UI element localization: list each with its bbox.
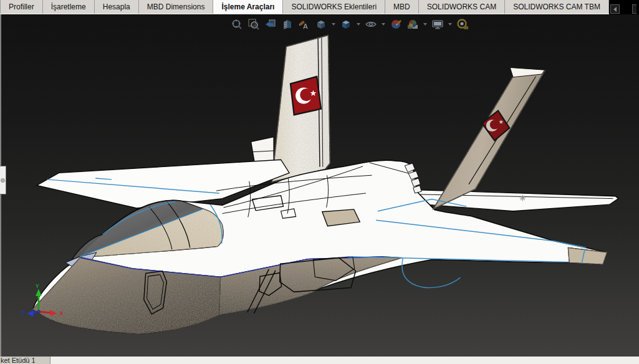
vertex-marker (520, 195, 526, 201)
command-manager-tabs: Profiller İşaretleme Hesapla MBD Dimensi… (0, 0, 639, 14)
window-button-partial-icon[interactable] (632, 4, 637, 14)
previous-view-icon[interactable] (263, 17, 278, 31)
right-tail-fin (433, 67, 545, 209)
tab-solidworks-cam[interactable]: SOLIDWORKS CAM (419, 0, 505, 14)
triad-x-label: X (59, 310, 63, 317)
view-settings-icon[interactable] (430, 17, 445, 31)
graphics-area[interactable]: Y X Z (0, 14, 639, 357)
right-wingtip (568, 247, 607, 264)
collapse-panel-icon[interactable] (610, 4, 620, 14)
view-settings-dropdown[interactable] (447, 17, 453, 31)
tab-solidworks-cam-tbm[interactable]: SOLIDWORKS CAM TBM (505, 0, 609, 14)
hide-show-items-icon[interactable] (363, 17, 378, 31)
tab-isleme-araclari[interactable]: İşleme Araçları (213, 0, 283, 14)
flyout-grip-icon (1, 178, 5, 183)
edit-appearance-icon[interactable] (388, 17, 403, 31)
tab-isaretleme[interactable]: İşaretleme (43, 0, 95, 14)
tab-mbd[interactable]: MBD (385, 0, 419, 14)
heads-up-toolbar: A (229, 17, 470, 31)
hide-show-items-dropdown[interactable] (380, 17, 387, 31)
motion-study-tab[interactable]: ket Etüdü 1 (0, 357, 50, 364)
zoom-to-area-icon[interactable] (246, 17, 261, 31)
zoom-to-fit-icon[interactable] (229, 17, 244, 31)
dynamic-annotation-views-icon[interactable]: A (297, 17, 312, 31)
tab-profiller[interactable]: Profiller (0, 0, 43, 14)
camera-views-icon[interactable] (455, 17, 470, 31)
left-tail-turkish-flag (291, 77, 321, 115)
feature-manager-flyout-handle[interactable] (0, 166, 6, 194)
model-motion-tab-strip: ket Etüdü 1 (0, 357, 639, 364)
display-style-icon[interactable] (339, 17, 353, 31)
tab-hesapla[interactable]: Hesapla (95, 0, 139, 14)
apply-scene-dropdown[interactable] (422, 17, 428, 31)
svg-text:A: A (303, 22, 308, 30)
view-orientation-dropdown[interactable] (330, 17, 337, 31)
apply-scene-icon[interactable] (405, 17, 420, 31)
motion-study-tab-label: ket Etüdü 1 (1, 357, 50, 364)
tab-mbd-dimensions[interactable]: MBD Dimensions (139, 0, 214, 14)
tab-solidworks-eklentileri[interactable]: SOLIDWORKS Eklentileri (283, 0, 385, 14)
view-orientation-icon[interactable] (314, 17, 329, 31)
jet-model: Y X Z (0, 14, 639, 357)
triad-y-label: Y (36, 283, 39, 289)
display-style-dropdown[interactable] (355, 17, 362, 31)
triad-z-label: Z (21, 310, 25, 316)
section-view-icon[interactable] (280, 17, 295, 31)
